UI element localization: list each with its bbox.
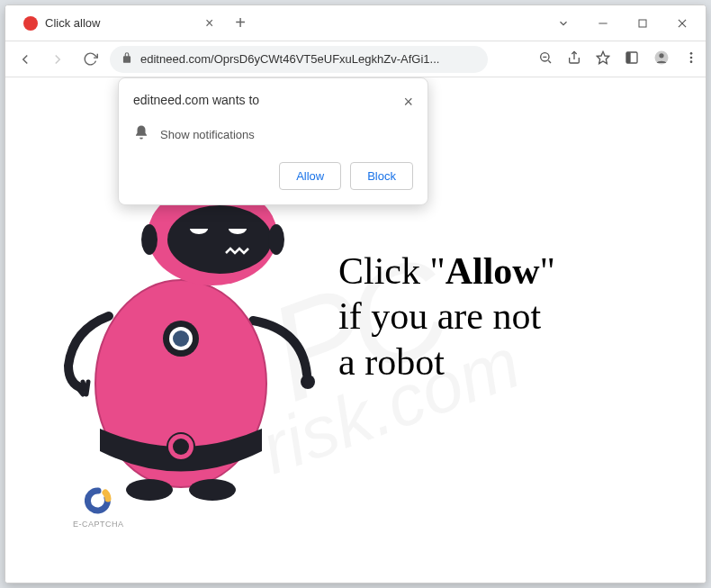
close-window-button[interactable] [673, 14, 691, 32]
svg-point-15 [690, 60, 693, 63]
maximize-button[interactable] [634, 14, 652, 32]
svg-point-25 [189, 479, 236, 501]
svg-point-12 [659, 53, 663, 58]
new-tab-button[interactable]: + [235, 13, 246, 33]
allow-button[interactable]: Allow [279, 162, 341, 190]
content-area: PC risk.com [5, 77, 706, 583]
svg-point-36 [301, 375, 315, 389]
headline-line3: a robot [338, 341, 445, 383]
browser-tab[interactable]: Click allow × [13, 7, 224, 40]
menu-icon[interactable] [684, 50, 698, 68]
svg-line-5 [548, 60, 551, 63]
forward-button[interactable] [45, 47, 70, 72]
dialog-close-icon[interactable]: × [403, 93, 413, 112]
headline-suffix: " [540, 250, 555, 292]
svg-point-34 [141, 224, 158, 255]
chevron-down-icon[interactable] [554, 14, 572, 32]
svg-point-20 [173, 330, 189, 347]
minimize-button[interactable] [594, 14, 612, 32]
headline-prefix: Click " [338, 250, 446, 292]
svg-point-29 [167, 205, 272, 274]
tab-title: Click allow [45, 16, 198, 30]
svg-rect-31 [190, 222, 208, 229]
svg-point-14 [690, 56, 693, 59]
favicon-icon [23, 16, 38, 31]
captcha-logo: E-CAPTCHA [73, 487, 124, 529]
titlebar: Click allow × + [5, 5, 706, 41]
browser-window: Click allow × + [4, 5, 706, 583]
toolbar-icons [538, 50, 698, 69]
reload-button[interactable] [77, 47, 103, 72]
profile-icon[interactable] [653, 50, 670, 69]
permission-title: editneed.com wants to [133, 93, 259, 107]
back-button[interactable] [13, 47, 38, 72]
captcha-label: E-CAPTCHA [73, 520, 124, 529]
svg-point-35 [268, 224, 284, 255]
svg-marker-8 [597, 51, 608, 63]
url-text: editneed.com/OprsD6yCWt46VT5eUFxuLegkhZv… [140, 52, 477, 66]
svg-point-24 [126, 479, 173, 501]
robot-image [41, 158, 320, 501]
window-controls [554, 14, 706, 32]
bookmark-star-icon[interactable] [596, 50, 610, 68]
permission-dialog: editneed.com wants to × Show notificatio… [118, 77, 428, 205]
close-tab-icon[interactable]: × [205, 15, 213, 32]
bell-icon [133, 124, 149, 144]
zoom-icon[interactable] [538, 50, 553, 68]
svg-rect-1 [639, 20, 646, 27]
headline-bold: Allow [446, 250, 540, 292]
block-button[interactable]: Block [350, 162, 413, 190]
svg-point-13 [690, 52, 693, 55]
lock-icon [121, 51, 133, 68]
permission-message: Show notifications [160, 128, 255, 141]
svg-rect-33 [229, 222, 247, 229]
svg-point-23 [173, 439, 189, 455]
headline-line2: if you are not [338, 295, 541, 337]
captcha-c-icon [85, 487, 112, 514]
toolbar: editneed.com/OprsD6yCWt46VT5eUFxuLegkhZv… [5, 41, 706, 77]
share-icon[interactable] [567, 50, 581, 68]
svg-rect-10 [626, 52, 631, 63]
side-panel-icon[interactable] [625, 50, 639, 68]
address-bar[interactable]: editneed.com/OprsD6yCWt46VT5eUFxuLegkhZv… [110, 46, 488, 73]
headline-text: Click "Allow" if you are not a robot [338, 249, 555, 384]
